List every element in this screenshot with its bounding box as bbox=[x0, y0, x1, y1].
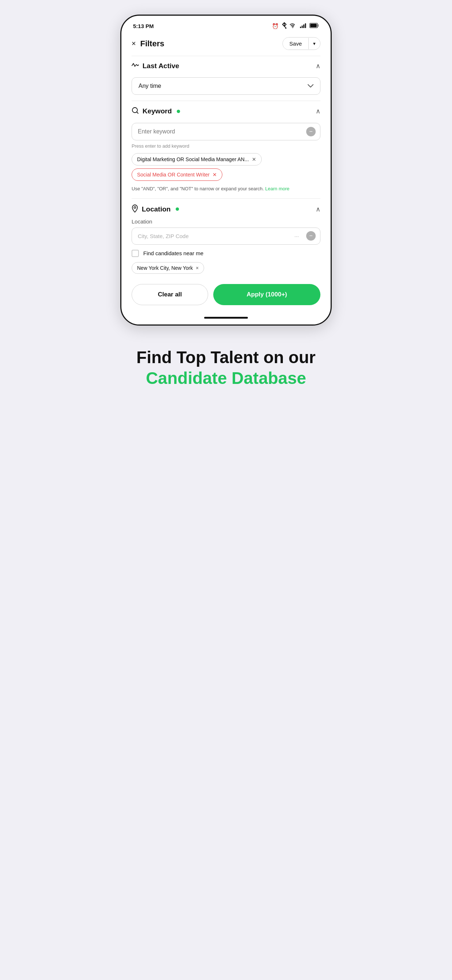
location-icon bbox=[132, 205, 138, 214]
close-button[interactable]: × bbox=[132, 40, 136, 48]
svg-rect-1 bbox=[300, 27, 301, 28]
battery-icon bbox=[309, 23, 319, 29]
keyword-header: Keyword ∧ bbox=[132, 101, 320, 120]
last-active-dropdown[interactable]: Any time bbox=[132, 77, 320, 95]
location-minus-button[interactable] bbox=[306, 231, 316, 240]
bottom-buttons: Clear all Apply (1000+) bbox=[121, 280, 331, 317]
keyword-tag-1[interactable]: Digital Marketing OR Social Media Manage… bbox=[132, 153, 262, 165]
save-dropdown-arrow[interactable]: ▾ bbox=[309, 38, 320, 49]
keyword-input-wrapper bbox=[132, 123, 320, 140]
keyword-hint: Press enter to add keyword bbox=[132, 143, 320, 149]
header-left: × Filters bbox=[132, 39, 164, 48]
svg-rect-4 bbox=[305, 23, 306, 28]
location-input-wrapper[interactable]: City, State, ZIP Code ··· bbox=[132, 228, 320, 245]
keyword-input[interactable] bbox=[138, 128, 302, 135]
location-section: Location ∧ Location City, State, ZIP Cod… bbox=[121, 199, 331, 280]
location-input-placeholder: City, State, ZIP Code bbox=[138, 233, 294, 239]
keyword-tag-row-2: Social Media OR Content Writer ✕ bbox=[132, 169, 320, 181]
svg-rect-3 bbox=[303, 24, 304, 28]
keyword-tag-2-label: Social Media OR Content Writer bbox=[137, 172, 210, 178]
phone-shell: 5:13 PM ⏰ bbox=[120, 14, 332, 326]
page-title: Filters bbox=[140, 39, 164, 48]
location-header: Location ∧ bbox=[132, 199, 320, 218]
last-active-header: Last Active ∧ bbox=[132, 56, 320, 75]
svg-point-0 bbox=[292, 27, 293, 28]
status-time: 5:13 PM bbox=[133, 23, 154, 29]
location-input-dots: ··· bbox=[294, 233, 299, 239]
keyword-section: Keyword ∧ Press enter to add keyword Dig… bbox=[121, 101, 331, 192]
keyword-title: Keyword bbox=[143, 107, 172, 115]
status-bar: 5:13 PM ⏰ bbox=[121, 16, 331, 33]
location-header-left: Location bbox=[132, 205, 179, 214]
location-tag-label: New York City, New York bbox=[137, 265, 193, 271]
last-active-header-left: Last Active bbox=[132, 62, 179, 70]
location-chevron[interactable]: ∧ bbox=[316, 205, 320, 213]
wifi-icon bbox=[290, 23, 297, 29]
keyword-tag-2[interactable]: Social Media OR Content Writer ✕ bbox=[132, 169, 222, 181]
search-icon bbox=[132, 107, 139, 116]
keyword-tag-1-label: Digital Marketing OR Social Media Manage… bbox=[137, 156, 249, 162]
save-button[interactable]: Save bbox=[283, 38, 309, 49]
save-dropdown[interactable]: Save ▾ bbox=[282, 37, 320, 50]
keyword-tag-1-close[interactable]: ✕ bbox=[252, 156, 256, 162]
filters-header: × Filters Save ▾ bbox=[121, 33, 331, 56]
keyword-tag-2-close[interactable]: ✕ bbox=[213, 172, 217, 178]
location-title: Location bbox=[142, 205, 170, 213]
promo-section: Find Top Talent on our Candidate Databas… bbox=[113, 326, 339, 404]
apply-button[interactable]: Apply (1000+) bbox=[213, 284, 320, 305]
near-me-checkbox[interactable] bbox=[132, 250, 139, 257]
keyword-chevron[interactable]: ∧ bbox=[316, 107, 320, 115]
near-me-checkbox-row: Find candidates near me bbox=[132, 250, 320, 257]
clear-all-button[interactable]: Clear all bbox=[132, 284, 208, 305]
keyword-info-text: Use "AND", "OR", and "NOT" to narrow or … bbox=[132, 185, 320, 192]
svg-point-8 bbox=[134, 206, 136, 208]
svg-rect-2 bbox=[302, 25, 303, 28]
svg-rect-6 bbox=[310, 24, 317, 27]
last-active-title: Last Active bbox=[143, 62, 179, 70]
activity-icon bbox=[132, 62, 139, 70]
last-active-section: Last Active ∧ Any time bbox=[121, 56, 331, 95]
near-me-label: Find candidates near me bbox=[143, 250, 204, 256]
promo-line-1: Find Top Talent on our bbox=[120, 347, 332, 368]
last-active-chevron[interactable]: ∧ bbox=[316, 62, 320, 70]
chevron-down-icon bbox=[308, 83, 314, 89]
location-tag[interactable]: New York City, New York × bbox=[132, 262, 204, 274]
learn-more-link[interactable]: Learn more bbox=[265, 186, 290, 191]
home-indicator bbox=[204, 317, 248, 319]
page-wrapper: 5:13 PM ⏰ bbox=[113, 14, 339, 404]
bluetooth-icon bbox=[282, 22, 287, 30]
alarm-icon: ⏰ bbox=[272, 23, 279, 30]
keyword-header-left: Keyword bbox=[132, 107, 180, 116]
keyword-active-dot bbox=[177, 110, 180, 113]
location-tag-close[interactable]: × bbox=[196, 265, 199, 271]
location-active-dot bbox=[176, 207, 179, 211]
status-icons: ⏰ bbox=[272, 22, 319, 30]
promo-line-2: Candidate Database bbox=[120, 368, 332, 390]
keyword-tag-row-1: Digital Marketing OR Social Media Manage… bbox=[132, 153, 320, 165]
signal-icon bbox=[300, 23, 307, 29]
keyword-minus-button[interactable] bbox=[306, 127, 316, 136]
location-sublabel: Location bbox=[132, 218, 320, 224]
last-active-value: Any time bbox=[138, 83, 161, 89]
